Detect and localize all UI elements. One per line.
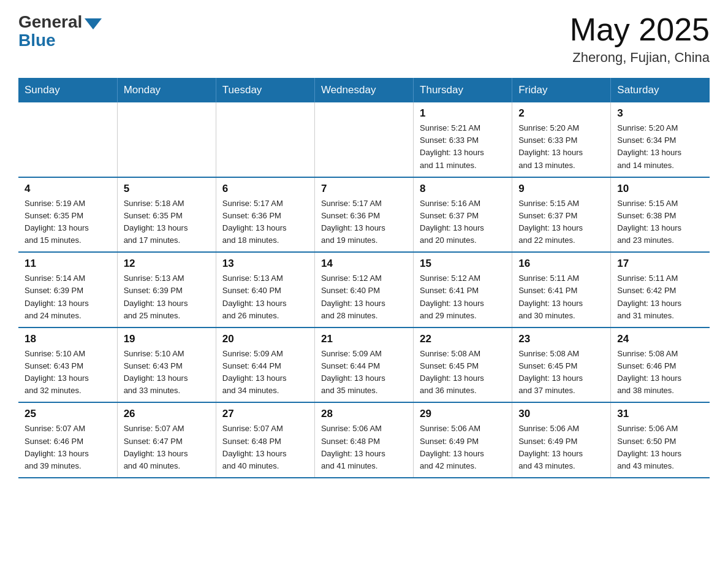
calendar-cell: 14Sunrise: 5:12 AM Sunset: 6:40 PM Dayli… [314, 252, 413, 327]
week-row-5: 25Sunrise: 5:07 AM Sunset: 6:46 PM Dayli… [18, 402, 710, 478]
day-number: 2 [518, 107, 604, 120]
calendar-cell: 21Sunrise: 5:09 AM Sunset: 6:44 PM Dayli… [314, 327, 413, 403]
day-info: Sunrise: 5:20 AM Sunset: 6:34 PM Dayligh… [617, 123, 681, 169]
day-info: Sunrise: 5:08 AM Sunset: 6:45 PM Dayligh… [420, 349, 484, 395]
day-number: 11 [25, 258, 111, 270]
day-info: Sunrise: 5:16 AM Sunset: 6:37 PM Dayligh… [420, 199, 484, 245]
calendar-cell: 18Sunrise: 5:10 AM Sunset: 6:43 PM Dayli… [18, 327, 117, 403]
day-number: 28 [321, 408, 407, 420]
calendar-cell: 19Sunrise: 5:10 AM Sunset: 6:43 PM Dayli… [117, 327, 216, 403]
calendar-subtitle: Zherong, Fujian, China [570, 50, 710, 66]
day-info: Sunrise: 5:21 AM Sunset: 6:33 PM Dayligh… [420, 123, 484, 169]
day-number: 21 [321, 333, 407, 345]
day-number: 13 [222, 258, 308, 270]
day-info: Sunrise: 5:06 AM Sunset: 6:48 PM Dayligh… [321, 424, 385, 470]
day-number: 29 [420, 408, 506, 420]
day-number: 10 [617, 183, 703, 195]
calendar-cell: 8Sunrise: 5:16 AM Sunset: 6:37 PM Daylig… [414, 177, 512, 253]
day-info: Sunrise: 5:13 AM Sunset: 6:40 PM Dayligh… [222, 274, 287, 320]
calendar-cell: 29Sunrise: 5:06 AM Sunset: 6:49 PM Dayli… [414, 402, 512, 478]
day-info: Sunrise: 5:12 AM Sunset: 6:41 PM Dayligh… [420, 274, 484, 320]
logo-general-text: General [18, 12, 82, 32]
day-info: Sunrise: 5:07 AM Sunset: 6:47 PM Dayligh… [124, 424, 188, 470]
calendar-cell: 6Sunrise: 5:17 AM Sunset: 6:36 PM Daylig… [216, 177, 314, 253]
title-block: May 2025 Zherong, Fujian, China [570, 12, 710, 66]
day-number: 1 [420, 107, 506, 120]
day-number: 8 [420, 183, 506, 195]
calendar-cell: 23Sunrise: 5:08 AM Sunset: 6:45 PM Dayli… [512, 327, 611, 403]
day-info: Sunrise: 5:19 AM Sunset: 6:35 PM Dayligh… [25, 199, 89, 245]
calendar-cell: 9Sunrise: 5:15 AM Sunset: 6:37 PM Daylig… [512, 177, 611, 253]
day-number: 4 [25, 183, 111, 195]
day-number: 5 [124, 183, 210, 195]
day-number: 14 [321, 258, 407, 270]
column-header-saturday: Saturday [611, 78, 710, 102]
day-info: Sunrise: 5:06 AM Sunset: 6:49 PM Dayligh… [420, 424, 484, 470]
column-header-tuesday: Tuesday [216, 78, 314, 102]
page-header: General Blue May 2025 Zherong, Fujian, C… [18, 12, 710, 66]
calendar-table: SundayMondayTuesdayWednesdayThursdayFrid… [18, 78, 710, 478]
day-number: 27 [222, 408, 308, 420]
calendar-cell: 31Sunrise: 5:06 AM Sunset: 6:50 PM Dayli… [611, 402, 710, 478]
day-number: 26 [124, 408, 210, 420]
calendar-cell: 2Sunrise: 5:20 AM Sunset: 6:33 PM Daylig… [512, 102, 611, 177]
calendar-cell: 22Sunrise: 5:08 AM Sunset: 6:45 PM Dayli… [414, 327, 512, 403]
day-info: Sunrise: 5:15 AM Sunset: 6:37 PM Dayligh… [518, 199, 583, 245]
calendar-cell: 11Sunrise: 5:14 AM Sunset: 6:39 PM Dayli… [18, 252, 117, 327]
day-info: Sunrise: 5:10 AM Sunset: 6:43 PM Dayligh… [25, 349, 89, 395]
column-header-monday: Monday [117, 78, 216, 102]
day-number: 19 [124, 333, 210, 345]
column-header-thursday: Thursday [414, 78, 512, 102]
day-number: 20 [222, 333, 308, 345]
day-number: 9 [518, 183, 604, 195]
calendar-cell: 16Sunrise: 5:11 AM Sunset: 6:41 PM Dayli… [512, 252, 611, 327]
day-info: Sunrise: 5:06 AM Sunset: 6:50 PM Dayligh… [617, 424, 681, 470]
calendar-cell: 3Sunrise: 5:20 AM Sunset: 6:34 PM Daylig… [611, 102, 710, 177]
day-info: Sunrise: 5:17 AM Sunset: 6:36 PM Dayligh… [222, 199, 287, 245]
logo: General Blue [18, 12, 102, 50]
calendar-cell [216, 102, 314, 177]
day-number: 22 [420, 333, 506, 345]
day-number: 30 [518, 408, 604, 420]
week-row-1: 1Sunrise: 5:21 AM Sunset: 6:33 PM Daylig… [18, 102, 710, 177]
calendar-header-row: SundayMondayTuesdayWednesdayThursdayFrid… [18, 78, 710, 102]
day-number: 6 [222, 183, 308, 195]
logo-arrow-icon [85, 18, 102, 29]
day-info: Sunrise: 5:09 AM Sunset: 6:44 PM Dayligh… [222, 349, 287, 395]
day-info: Sunrise: 5:14 AM Sunset: 6:39 PM Dayligh… [25, 274, 89, 320]
day-info: Sunrise: 5:07 AM Sunset: 6:46 PM Dayligh… [25, 424, 89, 470]
day-number: 7 [321, 183, 407, 195]
calendar-cell: 12Sunrise: 5:13 AM Sunset: 6:39 PM Dayli… [117, 252, 216, 327]
day-number: 25 [25, 408, 111, 420]
day-info: Sunrise: 5:07 AM Sunset: 6:48 PM Dayligh… [222, 424, 287, 470]
calendar-cell [117, 102, 216, 177]
day-number: 3 [617, 107, 703, 120]
day-info: Sunrise: 5:06 AM Sunset: 6:49 PM Dayligh… [518, 424, 583, 470]
day-info: Sunrise: 5:17 AM Sunset: 6:36 PM Dayligh… [321, 199, 385, 245]
calendar-cell: 25Sunrise: 5:07 AM Sunset: 6:46 PM Dayli… [18, 402, 117, 478]
calendar-cell: 28Sunrise: 5:06 AM Sunset: 6:48 PM Dayli… [314, 402, 413, 478]
logo-blue-text: Blue [18, 31, 56, 50]
calendar-cell: 15Sunrise: 5:12 AM Sunset: 6:41 PM Dayli… [414, 252, 512, 327]
calendar-cell: 17Sunrise: 5:11 AM Sunset: 6:42 PM Dayli… [611, 252, 710, 327]
day-number: 12 [124, 258, 210, 270]
calendar-cell: 7Sunrise: 5:17 AM Sunset: 6:36 PM Daylig… [314, 177, 413, 253]
day-info: Sunrise: 5:09 AM Sunset: 6:44 PM Dayligh… [321, 349, 385, 395]
calendar-cell [18, 102, 117, 177]
day-info: Sunrise: 5:11 AM Sunset: 6:41 PM Dayligh… [518, 274, 583, 320]
calendar-cell: 10Sunrise: 5:15 AM Sunset: 6:38 PM Dayli… [611, 177, 710, 253]
calendar-cell: 26Sunrise: 5:07 AM Sunset: 6:47 PM Dayli… [117, 402, 216, 478]
day-info: Sunrise: 5:10 AM Sunset: 6:43 PM Dayligh… [124, 349, 188, 395]
day-info: Sunrise: 5:11 AM Sunset: 6:42 PM Dayligh… [617, 274, 681, 320]
calendar-cell: 20Sunrise: 5:09 AM Sunset: 6:44 PM Dayli… [216, 327, 314, 403]
day-number: 18 [25, 333, 111, 345]
week-row-3: 11Sunrise: 5:14 AM Sunset: 6:39 PM Dayli… [18, 252, 710, 327]
day-number: 17 [617, 258, 703, 270]
calendar-cell: 5Sunrise: 5:18 AM Sunset: 6:35 PM Daylig… [117, 177, 216, 253]
day-info: Sunrise: 5:08 AM Sunset: 6:46 PM Dayligh… [617, 349, 681, 395]
calendar-cell: 4Sunrise: 5:19 AM Sunset: 6:35 PM Daylig… [18, 177, 117, 253]
day-info: Sunrise: 5:08 AM Sunset: 6:45 PM Dayligh… [518, 349, 583, 395]
day-info: Sunrise: 5:15 AM Sunset: 6:38 PM Dayligh… [617, 199, 681, 245]
day-number: 15 [420, 258, 506, 270]
day-number: 23 [518, 333, 604, 345]
